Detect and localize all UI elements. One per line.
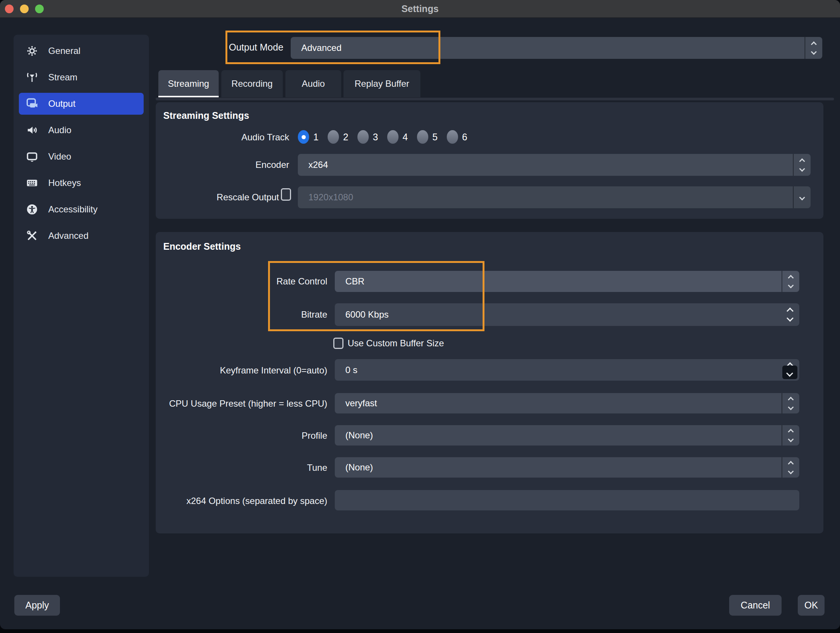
output-mode-value: Advanced [301, 37, 341, 59]
radio-track-1[interactable]: 1 [298, 130, 319, 144]
profile-value: (None) [345, 425, 373, 446]
radio-label: 4 [403, 132, 408, 142]
radio-track-3[interactable]: 3 [357, 130, 378, 144]
radio-icon [447, 130, 458, 144]
tune-value: (None) [345, 457, 373, 478]
chevron-up-icon [788, 429, 794, 435]
combo-stepper[interactable] [782, 393, 799, 413]
tools-icon [26, 229, 38, 242]
radio-track-5[interactable]: 5 [417, 130, 438, 144]
section-title: Streaming Settings [163, 110, 249, 121]
monitor-icon [26, 150, 38, 163]
use-custom-buffer-checkbox[interactable] [333, 338, 343, 349]
rate-control-select[interactable]: CBR [335, 271, 799, 292]
audio-track-label: Audio Track [156, 131, 289, 144]
settings-sidebar: General Stream Output Audio Video [14, 35, 149, 577]
button-label: Cancel [741, 600, 770, 611]
radio-label: 6 [462, 132, 467, 142]
chevron-down-icon [799, 166, 805, 172]
apply-button[interactable]: Apply [14, 595, 60, 616]
output-mode-select[interactable]: Advanced [291, 37, 822, 59]
profile-label: Profile [156, 429, 327, 443]
sidebar-item-label: Audio [48, 125, 71, 135]
spin-down-icon [786, 370, 793, 377]
cancel-button[interactable]: Cancel [729, 595, 782, 616]
settings-window: Settings General Stream Output Audio [0, 0, 840, 629]
tab-recording[interactable]: Recording [221, 70, 283, 97]
broadcast-icon [26, 71, 38, 84]
accessibility-icon [26, 203, 38, 216]
encoder-settings-panel: Encoder Settings Rate Control CBR Bitrat… [156, 232, 823, 533]
radio-label: 3 [373, 132, 378, 142]
radio-track-6[interactable]: 6 [447, 130, 467, 144]
tab-replay-buffer[interactable]: Replay Buffer [343, 70, 420, 97]
spin-up-icon[interactable] [786, 307, 793, 314]
radio-icon [328, 130, 339, 144]
sidebar-item-output[interactable]: Output [19, 93, 144, 115]
chevron-down-icon [799, 194, 805, 200]
combo-stepper[interactable] [782, 271, 799, 292]
keyboard-icon [26, 177, 38, 189]
radio-track-2[interactable]: 2 [328, 130, 348, 144]
sidebar-item-video[interactable]: Video [19, 146, 144, 168]
rescale-output-checkbox[interactable] [281, 188, 291, 201]
sidebar-item-label: Stream [48, 72, 77, 82]
x264-options-input[interactable] [335, 490, 799, 510]
combo-stepper[interactable] [782, 457, 799, 478]
tune-select[interactable]: (None) [335, 457, 799, 478]
cpu-preset-value: veryfast [345, 393, 377, 413]
sidebar-item-label: Output [48, 98, 76, 109]
chevron-up-icon [788, 396, 794, 402]
radio-label: 1 [313, 132, 319, 142]
button-label: OK [804, 600, 818, 611]
chevron-down-icon [788, 468, 794, 474]
combo-stepper[interactable] [793, 154, 811, 176]
sidebar-item-stream[interactable]: Stream [19, 66, 144, 88]
combo-stepper[interactable] [805, 37, 822, 59]
streaming-settings-panel: Streaming Settings Audio Track 1 2 3 4 5… [156, 102, 823, 219]
tune-label: Tune [156, 461, 327, 475]
sidebar-item-advanced[interactable]: Advanced [19, 225, 144, 247]
title-bar: Settings [0, 0, 840, 18]
radio-icon [417, 130, 428, 144]
spin-down-icon[interactable] [786, 315, 793, 321]
chevron-down-icon [788, 404, 794, 410]
bitrate-label: Bitrate [156, 308, 327, 321]
spin-down-button[interactable] [782, 366, 797, 379]
tab-pane-divider [156, 98, 834, 100]
bitrate-spinbox[interactable]: 6000 Kbps [335, 303, 799, 326]
sidebar-item-audio[interactable]: Audio [19, 119, 144, 141]
chevron-up-icon [788, 461, 794, 467]
radio-label: 5 [433, 132, 438, 142]
chevron-down-icon [788, 436, 794, 442]
tab-streaming[interactable]: Streaming [158, 70, 219, 97]
sidebar-item-hotkeys[interactable]: Hotkeys [19, 172, 144, 194]
encoder-select[interactable]: x264 [298, 154, 811, 176]
use-custom-buffer-label: Use Custom Buffer Size [347, 337, 444, 349]
keyframe-interval-value: 0 s [345, 359, 357, 381]
profile-select[interactable]: (None) [335, 425, 799, 446]
button-label: Apply [25, 600, 49, 611]
cpu-preset-select[interactable]: veryfast [335, 393, 799, 413]
tab-label: Streaming [168, 79, 209, 89]
output-mode-label: Output Mode [229, 36, 284, 58]
sidebar-item-accessibility[interactable]: Accessibility [19, 198, 144, 220]
combo-stepper[interactable] [782, 425, 799, 446]
window-title: Settings [0, 0, 840, 18]
encoder-value: x264 [308, 154, 328, 176]
rescale-resolution-select[interactable]: 1920x1080 [298, 186, 811, 208]
audio-track-radio-group: 1 2 3 4 5 6 [298, 130, 476, 144]
radio-selected-icon [298, 130, 309, 144]
keyframe-interval-spinbox[interactable]: 0 s [335, 359, 799, 381]
cpu-preset-label: CPU Usage Preset (higher = less CPU) [156, 397, 327, 410]
ok-button[interactable]: OK [798, 595, 824, 616]
output-icon [26, 97, 38, 110]
radio-label: 2 [343, 132, 348, 142]
sidebar-item-general[interactable]: General [19, 40, 144, 62]
tab-audio[interactable]: Audio [286, 70, 341, 97]
speaker-icon [26, 124, 38, 136]
sidebar-item-label: Advanced [48, 231, 88, 241]
combo-dropdown-arrow[interactable] [793, 186, 811, 208]
radio-track-4[interactable]: 4 [387, 130, 408, 144]
x264-options-label: x264 Options (separated by space) [156, 494, 327, 508]
